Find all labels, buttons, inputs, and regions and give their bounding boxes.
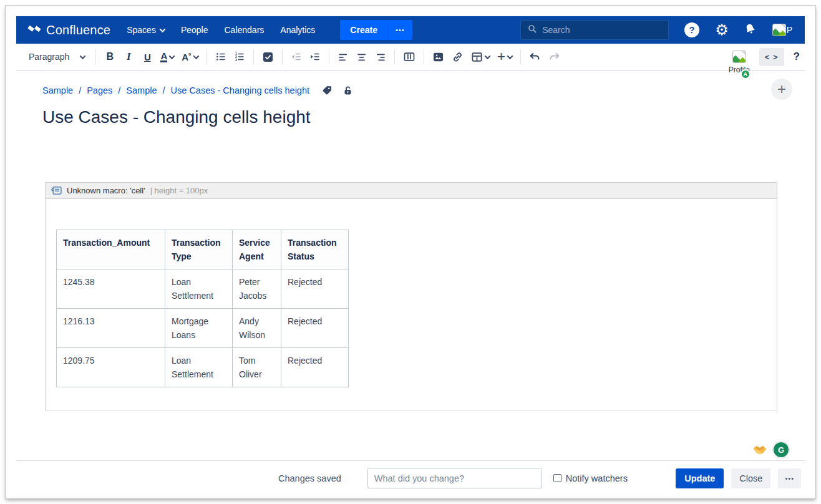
editor-help-button[interactable]: ?	[794, 51, 804, 63]
search-box[interactable]	[520, 20, 669, 40]
notify-watchers-checkbox[interactable]	[553, 474, 561, 482]
insert-image-button[interactable]	[430, 47, 447, 66]
nav-item-people[interactable]: People	[181, 25, 208, 35]
macro-header[interactable]: Unknown macro: 'cell' | height = 100px	[45, 182, 777, 199]
nav-item-analytics[interactable]: Analytics	[280, 25, 315, 35]
create-button[interactable]: Create	[340, 20, 387, 40]
close-button[interactable]: Close	[731, 468, 770, 488]
chevron-down-icon	[485, 53, 491, 59]
notify-watchers-option[interactable]: Notify watchers	[553, 473, 628, 483]
italic-button[interactable]: I	[120, 47, 137, 66]
macro-icon	[51, 186, 62, 195]
indent-button[interactable]	[307, 47, 323, 66]
extension-icons-row: G	[16, 439, 805, 460]
numbered-list-icon: 123	[234, 51, 245, 62]
help-icon[interactable]: ?	[684, 22, 699, 37]
breadcrumb-link-4[interactable]: Use Cases - Changing cells height	[171, 85, 309, 95]
breadcrumb-link-1[interactable]: Sample	[42, 85, 73, 95]
insert-table-dropdown[interactable]	[469, 47, 492, 66]
confluence-logo[interactable]: Confluence	[27, 22, 110, 38]
toolbar-separator	[253, 49, 254, 64]
chevron-down-icon	[169, 53, 175, 59]
app-window: Confluence Spaces People Calendars Analy…	[5, 5, 816, 499]
notify-watchers-label: Notify watchers	[566, 473, 628, 483]
redo-button[interactable]	[546, 47, 563, 66]
table-cell[interactable]: Rejected	[281, 269, 349, 309]
grammarly-icon[interactable]: G	[772, 441, 790, 458]
table-cell[interactable]: 1209.75	[57, 348, 165, 387]
logo-text: Confluence	[46, 23, 110, 37]
table-cell[interactable]: Mortgage Loans	[165, 309, 233, 348]
table-cell[interactable]: 1245.38	[57, 269, 165, 309]
bell-icon[interactable]	[742, 21, 758, 39]
table-row: 1245.38Loan SettlementPeter JacobsReject…	[57, 269, 349, 309]
more-formatting-dropdown[interactable]: A˚	[179, 47, 201, 66]
page-title[interactable]: Use Cases - Changing cells height	[42, 107, 311, 127]
confluence-logo-icon	[27, 22, 41, 38]
insert-link-button[interactable]	[449, 47, 466, 66]
column-header[interactable]: Service Agent	[233, 230, 281, 269]
top-navbar: Confluence Spaces People Calendars Analy…	[16, 16, 805, 44]
task-list-button[interactable]	[260, 47, 276, 66]
redo-icon	[548, 51, 560, 63]
bullet-list-icon	[215, 51, 226, 62]
table-row: 1209.75Loan SettlementTom OliverRejected	[57, 348, 349, 387]
text-color-icon: A	[160, 51, 167, 62]
page-layout-button[interactable]	[401, 47, 418, 66]
column-header[interactable]: Transaction Status	[281, 230, 349, 269]
create-button-group: Create •••	[340, 20, 412, 40]
grammarly-letter: G	[774, 442, 789, 457]
create-more-button[interactable]: •••	[387, 20, 412, 40]
profile-macro-button[interactable]: Profile A	[729, 51, 750, 63]
toolbar-separator	[424, 49, 424, 64]
search-input[interactable]	[542, 25, 662, 35]
user-avatar[interactable]: P	[772, 24, 792, 36]
toolbar-right: Profile A < > ?	[729, 44, 804, 70]
macro-body[interactable]: Transaction_Amount Transaction Type Serv…	[45, 199, 777, 410]
align-left-button[interactable]	[335, 47, 351, 66]
insert-more-dropdown[interactable]: +	[495, 47, 515, 66]
breadcrumb-icons	[321, 85, 353, 96]
table-cell[interactable]: 1216.13	[57, 309, 165, 348]
gear-icon[interactable]: ⚙	[715, 22, 729, 37]
navbar-left: Confluence Spaces People Calendars Analy…	[16, 20, 412, 40]
breadcrumb-separator: /	[163, 85, 165, 95]
source-editor-button[interactable]: < >	[759, 48, 784, 66]
table-cell[interactable]: Loan Settlement	[165, 269, 233, 309]
align-right-button[interactable]	[372, 47, 389, 66]
more-actions-button[interactable]: •••	[778, 468, 801, 488]
table-cell[interactable]: Rejected	[281, 348, 349, 387]
table-cell[interactable]: Andy Wilson	[233, 309, 281, 348]
column-header[interactable]: Transaction Type	[165, 230, 233, 269]
bold-button[interactable]: B	[102, 47, 118, 66]
bullet-list-button[interactable]	[213, 47, 229, 66]
profile-image-placeholder-icon	[732, 51, 746, 63]
editor-content: Sample / Pages / Sample / Use Cases - Ch…	[16, 71, 805, 439]
numbered-list-button[interactable]: 123	[231, 47, 248, 66]
unlock-icon[interactable]	[342, 85, 353, 96]
table-cell[interactable]: Peter Jacobs	[233, 269, 281, 309]
align-right-icon	[375, 51, 386, 62]
navbar-right: ? ⚙ P	[520, 20, 805, 40]
column-header[interactable]: Transaction_Amount	[57, 230, 165, 269]
table-cell[interactable]: Loan Settlement	[165, 348, 233, 387]
align-center-button[interactable]	[354, 47, 370, 66]
text-color-dropdown[interactable]: A	[158, 47, 177, 66]
labels-tag-icon[interactable]	[321, 85, 333, 96]
update-button[interactable]: Update	[676, 468, 724, 488]
nav-item-calendars[interactable]: Calendars	[224, 25, 264, 35]
nav-item-spaces[interactable]: Spaces	[127, 25, 165, 35]
outdent-button[interactable]	[288, 47, 304, 66]
bold-icon: B	[107, 51, 114, 62]
change-comment-input[interactable]	[367, 468, 542, 488]
underline-button[interactable]: U	[139, 47, 155, 66]
paragraph-style-dropdown[interactable]: Paragraph	[16, 47, 90, 66]
table-cell[interactable]: Tom Oliver	[233, 348, 281, 387]
macro-placeholder: Unknown macro: 'cell' | height = 100px T…	[45, 182, 777, 410]
breadcrumb-link-2[interactable]: Pages	[87, 85, 112, 95]
undo-button[interactable]	[527, 47, 543, 66]
breadcrumb-link-3[interactable]: Sample	[126, 85, 157, 95]
table-cell[interactable]: Rejected	[281, 309, 349, 348]
handshake-icon[interactable]	[752, 444, 767, 455]
quick-create-button[interactable]: +	[771, 79, 792, 100]
